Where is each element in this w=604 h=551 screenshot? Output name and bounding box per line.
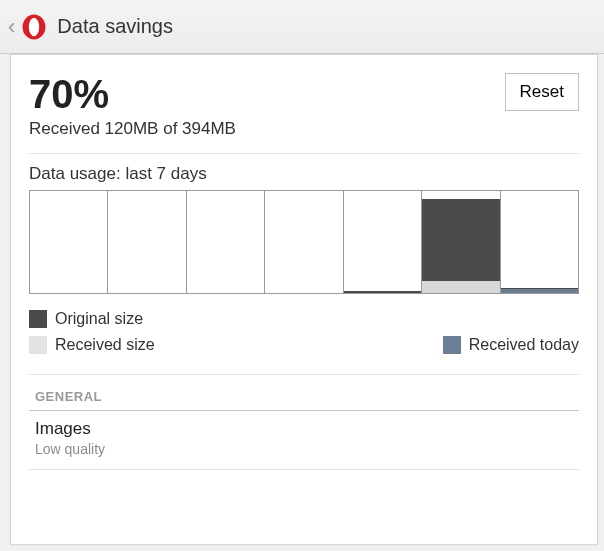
bar-received-today bbox=[501, 289, 578, 293]
swatch-today-icon bbox=[443, 336, 461, 354]
section-general: GENERAL bbox=[29, 375, 579, 411]
chart-column bbox=[108, 191, 186, 293]
setting-images[interactable]: Images Low quality bbox=[29, 411, 579, 470]
chart-column bbox=[265, 191, 343, 293]
legend-received: Received size bbox=[55, 336, 155, 354]
svg-point-1 bbox=[29, 17, 39, 36]
bar-original bbox=[422, 199, 499, 293]
chart-column bbox=[501, 191, 578, 293]
page-title: Data savings bbox=[57, 15, 173, 38]
usage-label: Data usage: last 7 days bbox=[29, 154, 579, 190]
back-icon[interactable]: ‹ bbox=[8, 14, 19, 40]
content-panel: 70% Reset Received 120MB of 394MB Data u… bbox=[10, 54, 598, 545]
received-summary: Received 120MB of 394MB bbox=[29, 119, 579, 154]
opera-icon bbox=[21, 14, 47, 40]
chart-column bbox=[187, 191, 265, 293]
chart-column bbox=[30, 191, 108, 293]
chart-column bbox=[344, 191, 422, 293]
swatch-original-icon bbox=[29, 310, 47, 328]
usage-chart bbox=[29, 190, 579, 294]
swatch-received-icon bbox=[29, 336, 47, 354]
setting-images-subtitle: Low quality bbox=[35, 439, 579, 457]
bar-original bbox=[344, 291, 421, 293]
legend-today: Received today bbox=[469, 336, 579, 354]
legend-original: Original size bbox=[55, 310, 143, 328]
reset-button[interactable]: Reset bbox=[505, 73, 579, 111]
bar-received bbox=[422, 281, 499, 293]
app-header: ‹ Data savings bbox=[0, 0, 604, 54]
setting-images-title: Images bbox=[35, 419, 579, 439]
chart-column bbox=[422, 191, 500, 293]
savings-percent: 70% bbox=[29, 73, 109, 115]
chart-legend: Original size Received size Received tod… bbox=[29, 294, 579, 375]
